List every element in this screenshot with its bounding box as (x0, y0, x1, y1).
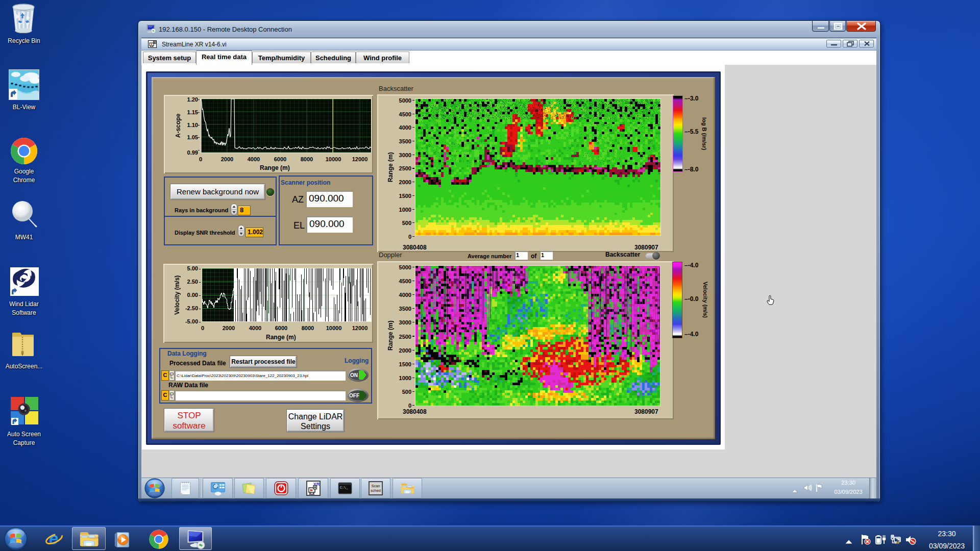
svg-text:Scan: Scan (371, 484, 380, 488)
svg-text:e: e (49, 530, 58, 548)
svg-text:sched: sched (371, 488, 381, 493)
svg-text:C:\_: C:\_ (340, 486, 348, 490)
